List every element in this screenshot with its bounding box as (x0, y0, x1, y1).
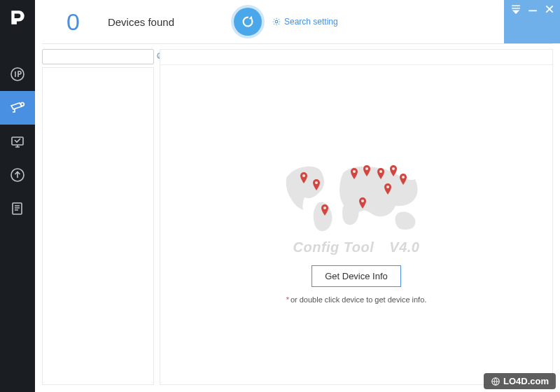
tool-version: V4.0 (389, 239, 419, 255)
svg-point-15 (379, 170, 382, 173)
sidebar-item-template[interactable] (0, 192, 35, 225)
get-device-info-button[interactable]: Get Device Info (312, 265, 401, 287)
device-list-panel (42, 49, 154, 385)
svg-point-6 (275, 20, 278, 23)
svg-point-13 (353, 170, 356, 173)
watermark-text: LO4D.com (503, 376, 549, 386)
device-list[interactable] (42, 67, 154, 385)
svg-point-12 (323, 206, 326, 209)
svg-point-19 (386, 186, 389, 188)
content-header (160, 50, 552, 65)
tool-title: Config ToolV4.0 (293, 239, 420, 255)
sidebar-item-ip[interactable] (0, 57, 35, 91)
devices-found-label: Devices found (108, 16, 174, 28)
svg-point-0 (11, 68, 24, 80)
globe-icon (491, 377, 500, 386)
menu-button[interactable] (511, 4, 521, 14)
app-logo (0, 0, 35, 35)
sidebar-item-camera[interactable] (0, 91, 35, 125)
svg-point-14 (365, 167, 368, 170)
svg-point-11 (315, 181, 318, 184)
minimize-button[interactable] (528, 4, 538, 14)
svg-point-18 (361, 200, 364, 202)
svg-point-10 (302, 174, 305, 177)
tool-name: Config Tool (293, 239, 374, 255)
device-count: 0 (66, 8, 80, 36)
content-panel: Config ToolV4.0 Get Device Info *or doub… (160, 49, 553, 385)
sidebar-item-system[interactable] (0, 125, 35, 158)
hint-text: *or double click device to get device in… (286, 295, 427, 304)
refresh-button[interactable] (234, 8, 262, 36)
svg-point-16 (392, 167, 395, 170)
search-input[interactable] (42, 49, 154, 64)
header: 0 Devices found Search setting (35, 0, 560, 43)
world-map-illustration (279, 158, 433, 235)
refresh-icon (240, 14, 255, 29)
close-button[interactable] (545, 4, 554, 14)
svg-point-17 (402, 176, 405, 178)
gear-icon (272, 17, 281, 27)
titlebar (504, 0, 560, 43)
watermark: LO4D.com (484, 373, 556, 389)
sidebar (0, 0, 35, 392)
search-setting-label: Search setting (284, 17, 338, 27)
sidebar-item-upgrade[interactable] (0, 158, 35, 192)
hint-star: * (286, 295, 289, 304)
hint-body: or double click device to get device inf… (290, 295, 426, 304)
search-setting-link[interactable]: Search setting (272, 17, 338, 27)
